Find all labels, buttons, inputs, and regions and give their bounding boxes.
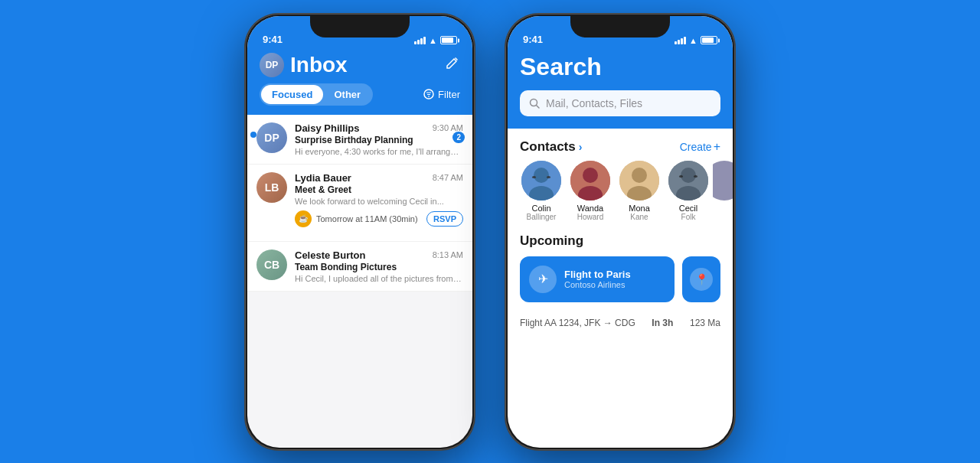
contact-wanda[interactable]: Wanda Howard — [566, 161, 615, 221]
contact-lastname-mona: Kane — [630, 213, 648, 221]
avatar-cecilfolk — [668, 161, 708, 201]
status-icons-search: ▲ — [675, 36, 717, 45]
email-badge-1: 2 — [452, 132, 465, 143]
tab-focused[interactable]: Focused — [261, 85, 323, 104]
unread-dot — [250, 132, 256, 138]
svg-rect-9 — [532, 176, 536, 178]
avatar-partial — [713, 161, 733, 201]
inbox-title: Inbox — [290, 53, 348, 77]
contacts-chevron[interactable]: › — [579, 141, 583, 153]
plus-icon: + — [714, 140, 720, 154]
rsvp-button[interactable]: RSVP — [426, 211, 463, 227]
email-content-3: Celeste Burton 8:13 AM Team Bonding Pict… — [295, 249, 463, 283]
flight-icon: ✈ — [529, 266, 557, 293]
svg-rect-21 — [694, 175, 697, 178]
email-time-2: 8:47 AM — [433, 173, 463, 182]
inbox-title-row: DP Inbox — [260, 50, 460, 83]
contact-lastname-cecilfolk: Folk — [681, 213, 696, 221]
search-icon — [529, 98, 540, 109]
contact-lastname-wanda: Howard — [577, 213, 603, 221]
email-content-2: Lydia Bauer 8:47 AM Meet & Greet We look… — [295, 172, 463, 227]
email-preview-2: We look forward to welcoming Cecil in... — [295, 197, 463, 206]
search-bar[interactable]: Mail, Contacts, Files — [520, 90, 720, 116]
svg-point-18 — [681, 168, 696, 183]
flight-title: Flight to Paris — [564, 269, 631, 280]
search-placeholder: Mail, Contacts, Files — [546, 97, 642, 109]
sender-name-3: Celeste Burton — [295, 249, 365, 261]
upcoming-section: Upcoming ✈ Flight to Paris Contoso Airli… — [508, 230, 733, 311]
contact-name-mona: Mona — [629, 204, 650, 213]
flight-detail-row: Flight AA 1234, JFK → CDG In 3h 123 Ma — [508, 311, 733, 334]
inbox-phone: 9:41 ▲ DP — [245, 14, 475, 450]
flight-subtitle: Contoso Airlines — [564, 280, 631, 289]
notch — [310, 16, 410, 37]
upcoming-cards: ✈ Flight to Paris Contoso Airlines 📍 — [520, 256, 720, 302]
sender-name-2: Lydia Bauer — [295, 172, 351, 184]
signal-icon-search — [675, 37, 686, 44]
flight-card[interactable]: ✈ Flight to Paris Contoso Airlines — [520, 256, 675, 302]
signal-icon — [414, 37, 426, 44]
email-item-3[interactable]: CB Celeste Burton 8:13 AM Team Bonding P… — [247, 242, 472, 292]
email-header-row-3: Celeste Burton 8:13 AM — [295, 249, 463, 261]
svg-rect-10 — [547, 176, 550, 178]
avatar-daisy: DP — [256, 122, 287, 153]
svg-rect-20 — [679, 175, 683, 178]
email-item-1[interactable]: DP Daisy Phillips 9:30 AM Surprise Birth… — [247, 115, 472, 165]
create-button[interactable]: Create + — [680, 140, 720, 154]
tab-other[interactable]: Other — [323, 85, 371, 104]
avatar-mona — [619, 161, 659, 201]
contact-colin[interactable]: Colin Ballinger — [517, 161, 566, 221]
avatar-lydia: LB — [256, 172, 287, 203]
email-subject-3: Team Bonding Pictures — [295, 262, 463, 272]
search-header: Search Mail, Contacts, Files — [508, 50, 733, 129]
wifi-icon: ▲ — [429, 36, 437, 45]
contact-lastname-colin: Ballinger — [527, 213, 557, 221]
calendar-text: Tomorrow at 11AM (30min) — [316, 214, 422, 223]
filter-button[interactable]: Filter — [423, 88, 460, 100]
calendar-row: ☕ Tomorrow at 11AM (30min) RSVP — [295, 210, 463, 227]
email-time-3: 8:13 AM — [433, 250, 463, 259]
contacts-title: Contacts › — [520, 139, 582, 155]
contact-mona[interactable]: Mona Kane — [615, 161, 664, 221]
status-time-inbox: 9:41 — [263, 34, 283, 45]
avatar-colin — [521, 161, 561, 201]
second-card[interactable]: 📍 — [682, 256, 720, 302]
email-subject-2: Meet & Greet — [295, 184, 463, 195]
search-phone: 9:41 ▲ Search — [505, 14, 735, 450]
sender-name-1: Daisy Phillips — [295, 122, 360, 134]
contact-name-wanda: Wanda — [577, 204, 603, 213]
avatar[interactable]: DP — [260, 53, 284, 77]
email-item-2[interactable]: LB Lydia Bauer 8:47 AM Meet & Greet We l… — [247, 165, 472, 242]
battery-icon — [440, 36, 457, 44]
filter-row: Focused Other Filter — [260, 83, 460, 106]
status-icons-inbox: ▲ — [414, 36, 457, 45]
svg-point-15 — [632, 168, 647, 183]
contact-name-cecilfolk: Cecil — [679, 204, 697, 213]
contact-name-colin: Colin — [531, 204, 550, 213]
filter-label: Filter — [438, 89, 460, 100]
email-subject-1: Surprise Birthday Planning — [295, 135, 463, 145]
calendar-icon: ☕ — [295, 210, 312, 227]
inbox-title-left: DP Inbox — [260, 53, 348, 77]
inbox-header: DP Inbox Focused Other — [247, 50, 472, 115]
email-content-1: Daisy Phillips 9:30 AM Surprise Birthday… — [295, 122, 463, 156]
location-icon: 📍 — [690, 268, 713, 291]
svg-point-7 — [534, 168, 549, 183]
battery-icon-search — [701, 36, 717, 44]
contact-cecilfolk[interactable]: Cecil Folk — [664, 161, 713, 221]
search-body: Contacts › Create + — [508, 129, 733, 334]
email-list: DP Daisy Phillips 9:30 AM Surprise Birth… — [247, 115, 472, 292]
search-title: Search — [520, 50, 720, 90]
upcoming-title: Upcoming — [520, 233, 720, 249]
contact-partial — [713, 161, 733, 221]
contacts-row: Colin Ballinger — [508, 161, 733, 230]
svg-line-5 — [537, 105, 540, 108]
avatar-wanda — [570, 161, 610, 201]
svg-point-12 — [583, 168, 598, 183]
second-card-detail: 123 Ma — [690, 318, 720, 328]
tab-group: Focused Other — [260, 83, 373, 106]
compose-icon[interactable] — [445, 55, 460, 74]
email-preview-1: Hi everyone, 4:30 works for me, I'll arr… — [295, 147, 463, 156]
email-preview-3: Hi Cecil, I uploaded all of the pictures… — [295, 274, 463, 283]
status-time-search: 9:41 — [523, 34, 543, 45]
